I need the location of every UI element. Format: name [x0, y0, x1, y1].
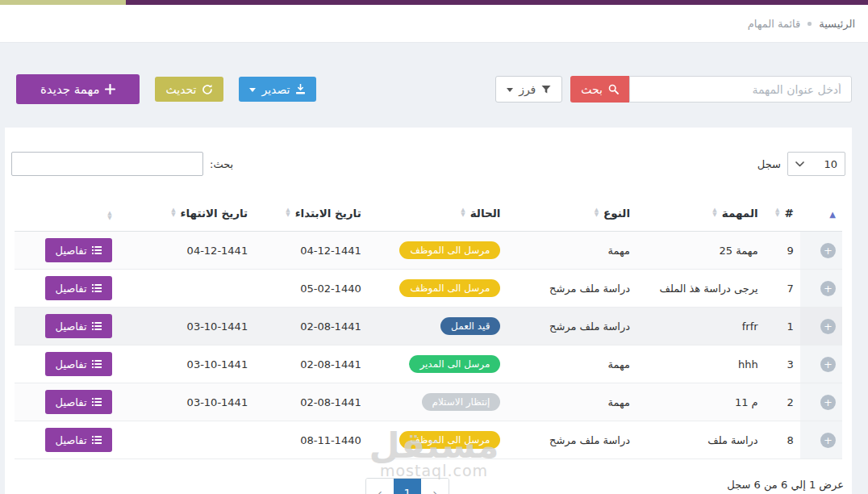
- column-header-num[interactable]: #▲▼: [765, 197, 800, 232]
- column-header-details[interactable]: ▲▼: [15, 197, 119, 232]
- list-icon: [92, 245, 102, 255]
- pagination-prev-button[interactable]: ‹: [421, 479, 449, 494]
- task-number-cell: 1: [765, 308, 800, 345]
- column-label: #: [784, 207, 793, 220]
- table-row: +1frfrدراسة ملف مرشحقيد العمل02-08-14410…: [15, 308, 842, 345]
- list-icon: [92, 283, 102, 293]
- expand-row-button[interactable]: +: [820, 243, 836, 258]
- export-button[interactable]: تصدير: [239, 77, 316, 102]
- task-title-cell: hhh: [636, 345, 765, 383]
- page-length-control: 10 سجل: [757, 152, 845, 176]
- pagination-page-1[interactable]: 1: [394, 479, 421, 494]
- page-length-value: 10: [824, 158, 837, 170]
- tasks-table: ▲#▲▼المهمة▲▼النوع▲▼الحالة▲▼تاريخ الابتدا…: [15, 197, 842, 459]
- sort-icon: ▲▼: [107, 211, 111, 220]
- breadcrumb-home-link[interactable]: الرئيسية: [819, 18, 855, 30]
- sort-icon: ▲▼: [171, 208, 175, 217]
- column-header-title[interactable]: المهمة▲▼: [636, 197, 765, 232]
- task-type-cell: مهمة: [507, 383, 636, 421]
- plus-icon: [105, 84, 115, 94]
- task-details-cell: تفاصيل: [15, 383, 119, 421]
- column-label: تاريخ الانتهاء: [181, 207, 248, 220]
- details-button[interactable]: تفاصيل: [45, 314, 112, 338]
- row-expand-cell: +: [800, 421, 842, 459]
- column-header-start[interactable]: تاريخ الابتداء▲▼: [254, 197, 368, 232]
- sort-icon: ▲▼: [595, 208, 599, 217]
- details-button[interactable]: تفاصيل: [45, 390, 112, 414]
- task-details-cell: تفاصيل: [15, 421, 119, 459]
- table-row: +9مهمة 25مهمةمرسل الى الموظف04-12-144104…: [15, 232, 842, 270]
- status-badge: إنتظار الاستلام: [422, 393, 501, 411]
- details-button-label: تفاصيل: [56, 358, 87, 370]
- task-number-cell: 2: [765, 383, 800, 421]
- task-title-cell: م 11: [636, 383, 765, 421]
- task-type-cell: دراسة ملف مرشح: [507, 270, 636, 308]
- table-info: عرض 1 إلي 6 من 6 سجل: [727, 479, 844, 491]
- task-details-cell: تفاصيل: [15, 308, 119, 345]
- search-button[interactable]: بحث: [570, 76, 629, 103]
- list-icon: [92, 359, 102, 369]
- pagination-next-button[interactable]: ›: [366, 479, 394, 494]
- row-expand-cell: +: [800, 232, 842, 270]
- new-task-button[interactable]: مهمة جديدة: [16, 74, 140, 104]
- details-button[interactable]: تفاصيل: [45, 352, 112, 376]
- start-date-cell: 02-08-1441: [254, 345, 368, 383]
- search-icon: [608, 84, 619, 94]
- expand-row-button[interactable]: +: [820, 319, 836, 334]
- task-details-cell: تفاصيل: [15, 345, 119, 383]
- task-type-cell: دراسة ملف مرشح: [507, 308, 636, 345]
- sort-icon: ▲▼: [712, 208, 716, 217]
- task-status-cell: قيد العمل: [368, 308, 507, 345]
- task-search-group: بحث: [570, 76, 852, 103]
- start-date-cell: 02-08-1441: [254, 383, 368, 421]
- table-wrapper: ▲#▲▼المهمة▲▼النوع▲▼الحالة▲▼تاريخ الابتدا…: [15, 197, 842, 459]
- end-date-cell: [119, 421, 255, 459]
- task-status-cell: مرسل الى الموظف: [368, 421, 507, 459]
- end-date-cell: 03-10-1441: [119, 308, 255, 345]
- expand-row-button[interactable]: +: [820, 281, 836, 296]
- page-length-select[interactable]: 10: [787, 152, 845, 176]
- task-title-search-input[interactable]: [629, 76, 852, 103]
- filter-funnel-icon: [541, 85, 551, 94]
- records-label: سجل: [757, 158, 781, 170]
- details-button[interactable]: تفاصيل: [45, 276, 112, 300]
- top-navbar: الرئيسية قائمة المهام: [0, 5, 868, 43]
- expand-row-button[interactable]: +: [820, 433, 836, 448]
- sort-icon: ▲▼: [286, 208, 290, 217]
- column-label: تاريخ الابتداء: [295, 207, 361, 220]
- column-label: الحالة: [470, 207, 501, 220]
- task-type-cell: مهمة: [507, 232, 636, 270]
- task-number-cell: 7: [765, 270, 800, 308]
- column-header-status[interactable]: الحالة▲▼: [368, 197, 507, 232]
- start-date-cell: 08-11-1440: [254, 421, 368, 459]
- details-button[interactable]: تفاصيل: [45, 238, 112, 262]
- expand-row-button[interactable]: +: [820, 357, 836, 372]
- start-date-cell: 02-08-1441: [254, 308, 368, 345]
- task-number-cell: 8: [765, 421, 800, 459]
- table-row: +2م 11مهمةإنتظار الاستلام02-08-144103-10…: [15, 383, 842, 421]
- refresh-button[interactable]: تحديث: [155, 77, 223, 102]
- chevron-down-icon: [795, 161, 804, 167]
- task-details-cell: تفاصيل: [15, 232, 119, 270]
- column-header-end[interactable]: تاريخ الانتهاء▲▼: [119, 197, 255, 232]
- row-expand-cell: +: [800, 345, 842, 383]
- column-label: النوع: [603, 207, 630, 220]
- details-button[interactable]: تفاصيل: [45, 428, 112, 452]
- table-row: +3hhhمهمةمرسل الى المدير02-08-144103-10-…: [15, 345, 842, 383]
- column-header-type[interactable]: النوع▲▼: [507, 197, 636, 232]
- table-row: +8دراسة ملفدراسة ملف مرشحمرسل الى الموظف…: [15, 421, 842, 459]
- details-button-label: تفاصيل: [56, 396, 87, 408]
- expand-row-button[interactable]: +: [820, 395, 836, 410]
- details-button-label: تفاصيل: [56, 434, 87, 446]
- filter-button[interactable]: فرز: [495, 76, 562, 103]
- row-expand-cell: +: [800, 270, 842, 308]
- column-header-expand[interactable]: ▲: [800, 197, 842, 232]
- details-button-label: تفاصيل: [56, 320, 87, 333]
- details-button-label: تفاصيل: [56, 283, 87, 295]
- start-date-cell: 04-12-1441: [254, 232, 368, 270]
- task-number-cell: 9: [765, 232, 800, 270]
- breadcrumb-current: قائمة المهام: [748, 18, 801, 30]
- table-search-input[interactable]: [11, 152, 203, 176]
- status-badge: مرسل الى الموظف: [399, 431, 500, 449]
- task-type-cell: مهمة: [507, 345, 636, 383]
